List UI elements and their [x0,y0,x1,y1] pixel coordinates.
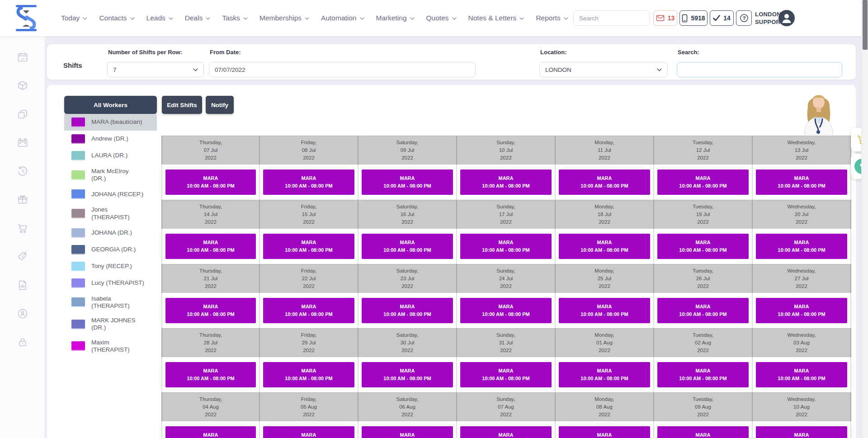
worker-row[interactable]: Lucy (THERAPIST) [64,275,157,292]
nav-menu-item[interactable]: Automation [321,14,364,22]
price-tag-icon[interactable]: $ [17,251,28,263]
shift-block[interactable]: MARA 10:00 AM - 08:00 PM [460,170,552,195]
nav-menu-item[interactable]: Memberships [259,14,309,22]
worker-row[interactable]: JOHANA (RECEP.) [64,186,157,203]
worker-row[interactable]: Tony (RECEP.) [64,258,157,275]
history-icon[interactable] [17,165,28,177]
shift-block[interactable]: MARA 10:00 AM - 08:00 PM [362,426,453,438]
app-logo-hourglass-icon[interactable] [14,4,39,32]
user-avatar[interactable] [778,10,795,26]
account-support-icon[interactable] [17,308,28,320]
day-date: 14 Jul [204,211,218,218]
worker-row[interactable]: Maxim (THERAPIST) [64,335,157,357]
shift-block[interactable]: MARA 10:00 AM - 08:00 PM [165,170,256,195]
shift-block[interactable]: MARA 10:00 AM - 08:00 PM [362,298,453,323]
location-select[interactable]: LONDON [539,62,668,77]
mail-notifications-button[interactable]: 13 [653,10,677,26]
report-chart-icon[interactable] [17,279,28,291]
worker-row[interactable]: Isabela (THERAPIST) [64,292,157,313]
worker-row[interactable]: LAURA (DR.) [64,147,157,164]
shift-block[interactable]: MARA 10:00 AM - 08:00 PM [460,298,552,323]
shift-time-range: 10:00 AM - 08:00 PM [679,246,726,254]
lock-icon[interactable] [17,336,28,348]
shift-block[interactable]: MARA 10:00 AM - 08:00 PM [756,426,847,438]
shift-block[interactable]: MARA 10:00 AM - 08:00 PM [657,362,749,387]
shift-worker-name: MARA [203,303,218,311]
calendar-day-cell: Sunday, 07 Aug 2022 MARA 10:00 AM - 08:0… [457,392,556,438]
calendar-day-body: MARA 10:00 AM - 08:00 PM [161,293,260,328]
help-button[interactable]: ? [736,10,752,26]
shift-block[interactable]: MARA 10:00 AM - 08:00 PM [756,170,847,195]
shift-block[interactable]: MARA 10:00 AM - 08:00 PM [263,234,354,259]
calendar-12-icon[interactable]: 12 [17,52,28,63]
shift-block[interactable]: MARA 10:00 AM - 08:00 PM [362,362,453,387]
shift-block[interactable]: MARA 10:00 AM - 08:00 PM [559,234,650,259]
shift-block[interactable]: MARA 10:00 AM - 08:00 PM [362,234,453,259]
shift-block[interactable]: MARA 10:00 AM - 08:00 PM [460,426,552,438]
nav-menu-item[interactable]: Tasks [222,14,248,22]
shift-block[interactable]: MARA 10:00 AM - 08:00 PM [165,426,256,438]
shift-search-input[interactable] [677,62,842,77]
from-date-input[interactable] [209,62,475,77]
phone-calls-button[interactable]: 5918 [679,10,708,26]
shift-block[interactable]: MARA 10:00 AM - 08:00 PM [756,298,847,323]
cart-icon[interactable] [17,222,28,234]
worker-row[interactable]: Andrew (DR.) [64,131,157,147]
shift-block[interactable]: MARA 10:00 AM - 08:00 PM [559,170,650,195]
shift-block[interactable]: MARA 10:00 AM - 08:00 PM [165,234,256,259]
nav-menu-item[interactable]: Contacts [99,14,134,22]
shift-block[interactable]: MARA 10:00 AM - 08:00 PM [657,298,749,323]
notify-button[interactable]: Notify [206,96,234,114]
worker-row[interactable]: Jones (THERAPIST) [64,203,157,224]
scrollbar-thumb[interactable] [863,0,868,50]
nav-menu-item[interactable]: Leads [146,14,173,22]
panel-title: Shifts [63,61,82,69]
shift-block[interactable]: MARA 10:00 AM - 08:00 PM [559,362,650,387]
nav-menu-item[interactable]: Deals [185,14,211,22]
gift-icon[interactable] [17,194,28,206]
shift-block[interactable]: MARA 10:00 AM - 08:00 PM [657,234,749,259]
calendar-day-body: MARA 10:00 AM - 08:00 PM [260,229,359,264]
calendar-day-cell: Sunday, 31 Jul 2022 MARA 10:00 AM - 08:0… [457,328,556,392]
edit-shifts-button[interactable]: Edit Shifts [162,96,202,114]
day-year: 2022 [500,283,512,290]
shift-block[interactable]: MARA 10:00 AM - 08:00 PM [263,298,354,323]
worker-row[interactable]: JOHANA (DR.) [64,225,157,241]
all-workers-button[interactable]: All Workers [64,96,157,114]
nav-menu-item[interactable]: Reports [536,14,568,22]
shift-block[interactable]: MARA 10:00 AM - 08:00 PM [362,170,453,195]
tasks-done-button[interactable]: 14 [710,10,734,26]
cash-register-icon[interactable] [17,137,28,149]
shift-block[interactable]: MARA 10:00 AM - 08:00 PM [460,362,552,387]
shift-block[interactable]: MARA 10:00 AM - 08:00 PM [263,362,354,387]
shift-worker-name: MARA [696,239,711,246]
worker-row[interactable]: GEORGIA (DR.) [64,241,157,258]
calendar-day-cell: Sunday, 17 Jul 2022 MARA 10:00 AM - 08:0… [457,200,556,264]
shift-block[interactable]: MARA 10:00 AM - 08:00 PM [165,298,256,323]
nav-menu-item[interactable]: Quotes [426,14,457,22]
shift-block[interactable]: MARA 10:00 AM - 08:00 PM [756,234,847,259]
global-search-input[interactable] [574,11,650,25]
shift-block[interactable]: MARA 10:00 AM - 08:00 PM [657,426,749,438]
shift-worker-name: MARA [794,303,809,311]
calendar-day-header: Monday, 01 Aug 2022 [556,328,654,357]
package-icon[interactable] [17,80,28,92]
nav-menu-item[interactable]: Notes & Letters [468,14,524,22]
shift-block[interactable]: MARA 10:00 AM - 08:00 PM [756,362,847,387]
worker-row[interactable]: Mark McElroy (DR.) [64,164,157,186]
shift-block[interactable]: MARA 10:00 AM - 08:00 PM [263,426,354,438]
shift-block[interactable]: MARA 10:00 AM - 08:00 PM [559,426,650,438]
shift-worker-name: MARA [597,367,612,375]
shift-block[interactable]: MARA 10:00 AM - 08:00 PM [460,234,552,259]
shifts-per-row-select[interactable]: 7 [107,62,204,77]
shift-block[interactable]: MARA 10:00 AM - 08:00 PM [165,362,256,387]
shift-block[interactable]: MARA 10:00 AM - 08:00 PM [559,298,650,323]
worker-row[interactable]: MARK JOHNES (DR.) [64,313,157,335]
nav-menu-item[interactable]: Today [61,14,87,22]
calendar-day-header: Saturday, 30 Jul 2022 [359,328,457,357]
shift-block[interactable]: MARA 10:00 AM - 08:00 PM [263,170,354,195]
shift-block[interactable]: MARA 10:00 AM - 08:00 PM [657,170,749,195]
nav-menu-item[interactable]: Marketing [376,14,415,22]
copy-icon[interactable] [17,108,28,120]
worker-row[interactable]: MARA (beautician) [64,114,157,131]
